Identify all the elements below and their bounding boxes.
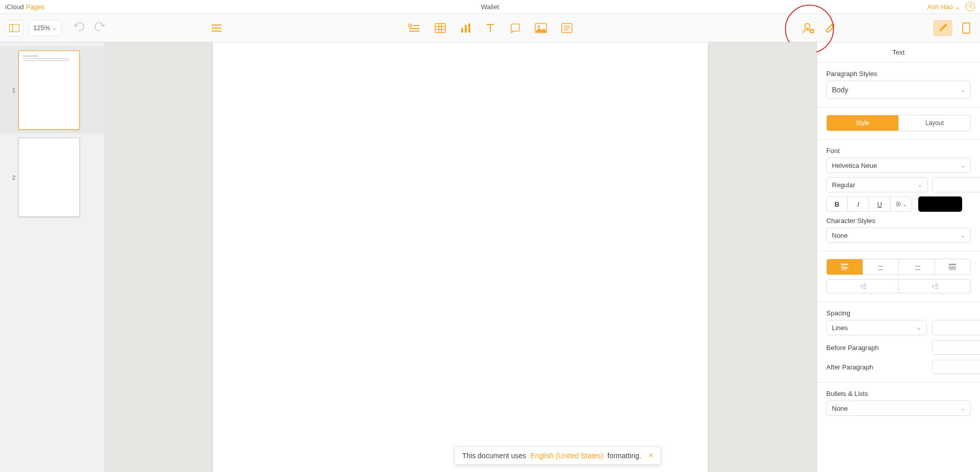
insert-list-icon[interactable]: + [408,23,420,33]
svg-rect-13 [435,23,445,33]
redo-button[interactable] [93,21,105,35]
undo-button[interactable] [74,21,86,35]
notification-language-link[interactable]: English (United States) [530,452,603,460]
bullets-section: Bullets & Lists None ⌄ [817,383,980,424]
paragraph-style-select[interactable]: Body ⌄ [826,81,971,99]
brand-pages: Pages [26,3,44,11]
font-section: Font Helvetica Neue ⌄ Regular ⌄ ▲▼ B I U [817,140,980,252]
collaborate-button[interactable] [802,22,815,34]
chevron-down-icon: ⌄ [52,24,57,31]
chevron-down-icon: ⌄ [917,325,921,331]
page-number: 1 [10,87,15,93]
tab-style[interactable]: Style [827,115,899,131]
format-inspector-button[interactable] [933,20,952,36]
spacing-mode-select[interactable]: Lines ⌄ [826,320,927,335]
thumbnail-preview [18,138,80,217]
svg-rect-34 [963,23,970,33]
page-thumbnails-panel: 1 2 [0,42,104,472]
svg-rect-0 [10,24,19,32]
align-right-button[interactable] [899,259,935,275]
spacing-section: Spacing Lines ⌄ ▲▼ Before Paragraph ▲▼ [817,302,980,383]
svg-rect-18 [461,28,463,33]
italic-button[interactable]: I [848,196,869,212]
svg-point-5 [212,24,213,26]
chevron-down-icon: ⌄ [902,201,907,208]
insert-text-icon[interactable] [486,23,495,33]
brand: iCloud Pages [5,3,44,11]
notification-text-pre: This document uses [462,452,526,460]
character-style-select[interactable]: None ⌄ [826,228,971,243]
insert-chart-icon[interactable] [460,23,471,33]
chevron-down-icon: ⌄ [961,232,965,239]
svg-point-29 [805,23,810,29]
insert-shape-icon[interactable] [509,23,520,33]
close-icon[interactable]: × [649,451,653,460]
font-family-select[interactable]: Helvetica Neue ⌄ [826,158,971,173]
align-left-button[interactable] [827,259,863,275]
style-layout-segment: Style Layout [826,115,971,131]
help-button[interactable]: ? [966,2,975,11]
decrease-indent-button[interactable] [827,280,899,293]
svg-point-7 [212,30,213,32]
view-options-button[interactable] [5,20,23,36]
character-styles-label: Character Styles [826,217,971,225]
svg-text:+: + [409,24,411,27]
chevron-down-icon: ⌄ [961,405,965,412]
zoom-value: 125% [33,24,50,32]
document-title: Wallet [481,3,499,11]
svg-point-6 [212,27,213,29]
collaborate-highlight [798,18,819,38]
title-bar: iCloud Pages Wallet Anh Hào ⌄ ? [0,0,980,14]
text-color-swatch[interactable] [918,196,962,212]
font-weight-select[interactable]: Regular ⌄ [826,177,928,192]
user-menu[interactable]: Anh Hào ⌄ [927,3,961,11]
line-spacing-input[interactable] [932,320,980,335]
before-paragraph-label: Before Paragraph [826,344,879,352]
paragraph-styles-label: Paragraph Styles [826,70,971,78]
svg-point-33 [832,24,834,27]
format-inspector: Text Paragraph Styles Body ⌄ Style Layou… [817,42,980,472]
insert-media-icon[interactable] [535,23,547,33]
spacing-label: Spacing [826,309,971,317]
svg-point-36 [898,204,899,205]
toolbar: 125% ⌄ + [0,14,980,42]
document-inspector-button[interactable] [958,20,975,36]
tab-layout[interactable]: Layout [899,115,970,131]
underline-button[interactable]: U [869,196,891,212]
page-number: 2 [10,175,15,181]
insert-table-icon[interactable] [435,23,446,33]
document-page[interactable] [213,42,708,472]
bullets-label: Bullets & Lists [826,390,971,398]
style-layout-section: Style Layout [817,108,980,140]
after-paragraph-label: After Paragraph [826,363,873,371]
svg-rect-20 [468,23,470,33]
svg-point-24 [538,26,540,28]
chevron-down-icon: ⌄ [955,3,961,11]
increase-indent-button[interactable] [899,280,970,293]
paragraph-styles-icon[interactable] [211,23,223,33]
bullets-select[interactable]: None ⌄ [826,401,971,416]
font-label: Font [826,147,971,155]
align-justify-button[interactable] [935,259,971,275]
page-thumbnail[interactable]: 2 [0,134,104,221]
brand-icloud: iCloud [5,3,24,11]
canvas-scroll[interactable] [104,42,817,472]
font-size-input[interactable] [932,177,980,192]
chevron-down-icon: ⌄ [961,87,965,93]
inspector-tab-text[interactable]: Text [817,42,980,63]
before-paragraph-input[interactable] [932,340,980,355]
chevron-down-icon: ⌄ [961,162,965,169]
thumbnail-preview [18,51,80,130]
chevron-down-icon: ⌄ [918,182,922,188]
tools-button[interactable] [825,22,836,34]
after-paragraph-input[interactable] [932,360,980,374]
document-canvas [104,42,817,472]
align-center-button[interactable] [863,259,899,275]
gear-icon [895,201,901,207]
insert-comment-icon[interactable] [561,23,572,33]
bold-button[interactable]: B [826,196,848,212]
language-notification: This document uses English (United State… [455,446,661,465]
advanced-font-button[interactable]: ⌄ [891,196,912,212]
zoom-select[interactable]: 125% ⌄ [29,20,61,36]
page-thumbnail[interactable]: 1 [0,46,104,134]
